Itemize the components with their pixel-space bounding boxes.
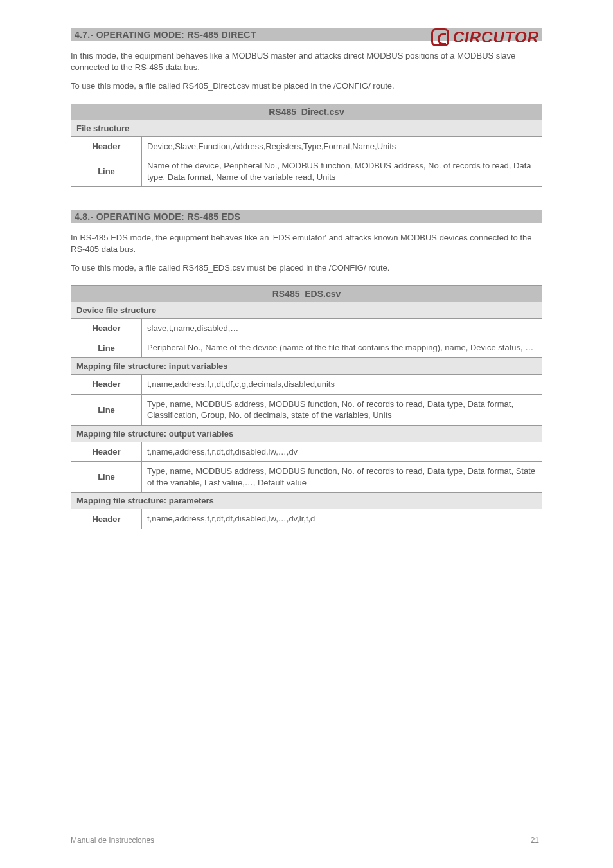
paragraph: To use this mode, a file called RS485_Di… [71, 80, 542, 92]
cell-val: Type, name, MODBUS address, MODBUS funct… [142, 394, 542, 425]
table-row: Line Type, name, MODBUS address, MODBUS … [71, 462, 542, 493]
table-subheading: Device file structure [71, 302, 542, 318]
cell-val: t,name,address,f,r,dt,df,c,g,decimals,di… [142, 375, 542, 395]
logo-mark-icon [431, 28, 449, 46]
table-subheading: Mapping file structure: parameters [71, 493, 542, 509]
footer-page-number: 21 [531, 836, 539, 845]
cell-val: Name of the device, Peripheral No., MODB… [142, 156, 542, 187]
cell-val: Type, name, MODBUS address, MODBUS funct… [142, 462, 542, 493]
table-row: Header slave,t,name,disabled,… [71, 318, 542, 338]
table-rs485-eds: RS485_EDS.csv Device file structure Head… [71, 285, 542, 529]
cell-key: Header [71, 442, 142, 462]
table-row: Line Type, name, MODBUS address, MODBUS … [71, 394, 542, 425]
cell-val: Peripheral No., Name of the device (name… [142, 338, 542, 358]
table-row: Header Device,Slave,Function,Address,Reg… [71, 136, 542, 156]
table-row: Header t,name,address,f,r,dt,df,c,g,deci… [71, 375, 542, 395]
cell-val: t,name,address,f,r,dt,df,disabled,lw,…,d… [142, 442, 542, 462]
paragraph: In RS-485 EDS mode, the equipment behave… [71, 232, 542, 255]
cell-val: slave,t,name,disabled,… [142, 318, 542, 338]
footer-manual-name: Manual de Instrucciones [71, 836, 154, 845]
cell-key: Line [71, 462, 142, 493]
table-rs485-direct: RS485_Direct.csv File structure Header D… [71, 104, 542, 188]
cell-key: Line [71, 394, 142, 425]
cell-key: Line [71, 338, 142, 358]
section-heading-rs485-eds: 4.8.- OPERATING MODE: RS-485 EDS [71, 210, 542, 223]
table-subheading: Mapping file structure: input variables [71, 358, 542, 375]
table-row: Header t,name,address,f,r,dt,df,disabled… [71, 442, 542, 462]
cell-val: Device,Slave,Function,Address,Registers,… [142, 136, 542, 156]
logo-text: CIRCUTOR [453, 28, 539, 46]
table-row: Line Peripheral No., Name of the device … [71, 338, 542, 358]
table-subheading: File structure [71, 120, 542, 136]
cell-key: Header [71, 318, 142, 338]
cell-val: t,name,address,f,r,dt,df,disabled,lw,…,d… [142, 509, 542, 529]
paragraph: In this mode, the equipment behaves like… [71, 50, 542, 73]
brand-logo: CIRCUTOR [431, 28, 539, 46]
table-title: RS485_EDS.csv [71, 285, 542, 302]
table-subheading: Mapping file structure: output variables [71, 425, 542, 442]
table-row: Line Name of the device, Peripheral No.,… [71, 156, 542, 187]
paragraph: To use this mode, a file called RS485_ED… [71, 262, 542, 274]
cell-key: Header [71, 136, 142, 156]
cell-key: Line [71, 156, 142, 187]
table-title: RS485_Direct.csv [71, 104, 542, 120]
cell-key: Header [71, 375, 142, 395]
cell-key: Header [71, 509, 142, 529]
table-row: Header t,name,address,f,r,dt,df,disabled… [71, 509, 542, 529]
